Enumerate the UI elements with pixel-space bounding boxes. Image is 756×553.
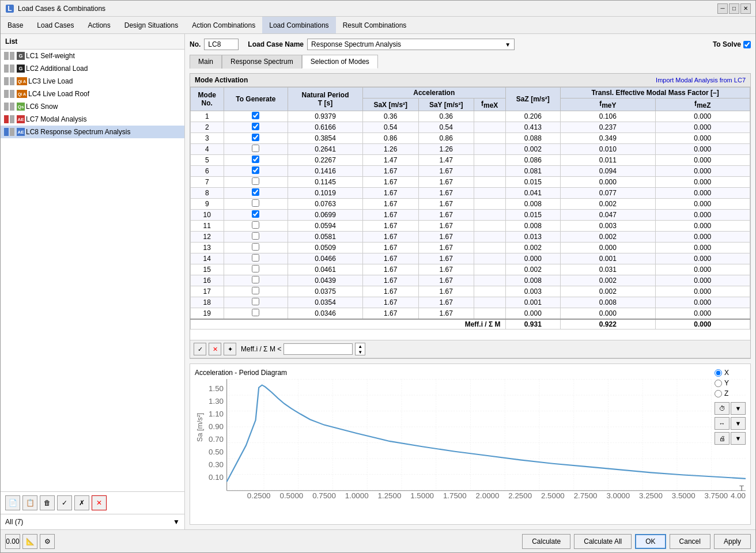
menu-result-combinations[interactable]: Result Combinations: [336, 17, 414, 33]
menu-action-combinations[interactable]: Action Combinations: [185, 17, 262, 33]
cell-saz: [474, 144, 505, 155]
modes-table: ModeNo. To Generate Natural PeriodT [s] …: [190, 87, 750, 329]
add-btn[interactable]: 📄: [5, 495, 20, 510]
cell-natural-period: 0.0581: [288, 232, 363, 243]
minimize-btn[interactable]: ─: [717, 3, 728, 14]
cell-to-generate-checkbox[interactable]: [252, 177, 259, 185]
cell-fmex: 0.002: [505, 243, 561, 253]
cell-to-generate-checkbox[interactable]: [252, 276, 259, 283]
cell-to-generate-checkbox[interactable]: [252, 199, 259, 207]
ok-button[interactable]: OK: [635, 534, 666, 549]
meff-input[interactable]: [284, 343, 353, 355]
list-item-lc4[interactable]: QI A LC4 Live Load Roof: [1, 88, 184, 100]
toolbar-star-btn[interactable]: ✦: [224, 343, 236, 355]
list-item-lc7[interactable]: AE LC7 Modal Analysis: [1, 113, 184, 126]
mode-activation-header: Mode Activation Import Modal Analysis fr…: [190, 74, 750, 87]
uncheck-btn[interactable]: ✗: [74, 495, 89, 510]
cell-to-generate-checkbox[interactable]: [252, 232, 259, 240]
list-item-lc6[interactable]: Qs LC6 Snow: [1, 100, 184, 113]
chart-dropdown-3[interactable]: ▼: [731, 432, 746, 445]
radio-x[interactable]: [715, 369, 722, 377]
chart-dropdown-1[interactable]: ▼: [731, 402, 746, 415]
menu-load-combinations[interactable]: Load Combinations: [262, 17, 335, 33]
copy-btn[interactable]: 📋: [22, 495, 37, 510]
import-link[interactable]: Import Modal Analysis from LC7: [656, 77, 746, 84]
cell-sax: 1.67: [362, 264, 418, 275]
to-solve-checkbox[interactable]: [743, 41, 751, 48]
chart-dropdown-2[interactable]: ▼: [731, 417, 746, 430]
chart-tool-2[interactable]: ↔: [715, 417, 729, 430]
cell-to-generate: [224, 232, 288, 243]
menu-base[interactable]: Base: [1, 17, 30, 33]
calculate-button[interactable]: Calculate: [522, 534, 570, 549]
toolbar-check-btn[interactable]: ✓: [194, 343, 206, 355]
tab-response-spectrum[interactable]: Response Spectrum: [222, 55, 302, 69]
cell-fmex: 0.013: [505, 232, 561, 243]
menu-load-cases[interactable]: Load Cases: [30, 17, 81, 33]
menu-design-situations[interactable]: Design Situations: [118, 17, 185, 33]
bottom-tool-2[interactable]: 📐: [22, 534, 37, 549]
cell-say: 1.67: [418, 221, 474, 232]
delete-btn[interactable]: 🗑: [40, 495, 55, 510]
cell-to-generate-checkbox[interactable]: [252, 156, 259, 163]
cell-fmey: 0.003: [561, 221, 655, 232]
load-case-name-select[interactable]: Response Spectrum Analysis ▼: [307, 39, 515, 50]
cell-natural-period: 0.0346: [288, 308, 363, 320]
tab-main[interactable]: Main: [190, 55, 222, 69]
action-buttons: Calculate Calculate All OK Cancel Apply: [522, 534, 751, 549]
cell-to-generate-checkbox[interactable]: [252, 112, 259, 119]
calculate-all-button[interactable]: Calculate All: [574, 534, 632, 549]
bottom-tool-3[interactable]: ⚙: [40, 534, 55, 549]
cell-to-generate-checkbox[interactable]: [252, 298, 259, 305]
check-btn[interactable]: ✓: [57, 495, 72, 510]
apply-button[interactable]: Apply: [714, 534, 751, 549]
tab-selection-of-modes[interactable]: Selection of Modes: [302, 55, 378, 69]
cell-to-generate-checkbox[interactable]: [252, 243, 259, 251]
list-item-lc8[interactable]: AE LC8 Response Spectrum Analysis: [1, 126, 184, 138]
svg-text:0.90: 0.90: [209, 422, 224, 431]
mode-activation-title: Mode Activation: [195, 76, 248, 84]
cell-saz: [474, 221, 505, 232]
chart-tool-3[interactable]: 🖨: [715, 432, 729, 445]
cell-to-generate-checkbox[interactable]: [252, 309, 259, 316]
cell-to-generate-checkbox[interactable]: [252, 221, 259, 229]
lc8-name: LC8 Response Spectrum Analysis: [26, 128, 130, 136]
maximize-btn[interactable]: □: [729, 3, 739, 14]
select-arrow-icon: ▼: [505, 41, 511, 48]
cell-natural-period: 0.0461: [288, 264, 363, 275]
toolbar-x-btn[interactable]: ✕: [209, 343, 221, 355]
spinner-down[interactable]: ▼: [356, 349, 365, 355]
cell-to-generate-checkbox[interactable]: [252, 145, 259, 152]
bottom-tool-1[interactable]: 0.00: [5, 534, 20, 549]
list-item-lc2[interactable]: G LC2 Additional Load: [1, 62, 184, 75]
cell-to-generate-checkbox[interactable]: [252, 134, 259, 141]
cell-say: 1.67: [418, 210, 474, 221]
no-field: No. LC8: [190, 39, 239, 50]
svg-text:3.2500: 3.2500: [639, 492, 663, 501]
cell-to-generate-checkbox[interactable]: [252, 254, 259, 262]
table-row: 40.26411.261.260.0020.0100.000: [191, 144, 750, 155]
cell-to-generate-checkbox[interactable]: [252, 188, 259, 196]
cell-to-generate-checkbox[interactable]: [252, 166, 259, 174]
cell-sax: 1.67: [362, 221, 418, 232]
no-input[interactable]: LC8: [204, 39, 239, 50]
list-item-lc1[interactable]: G LC1 Self-weight: [1, 50, 184, 62]
cell-to-generate-checkbox[interactable]: [252, 210, 259, 218]
cell-to-generate-checkbox[interactable]: [252, 123, 259, 130]
cell-fmez: 0.000: [655, 221, 750, 232]
cancel-button[interactable]: Cancel: [670, 534, 710, 549]
radio-z[interactable]: [715, 390, 722, 397]
close-btn[interactable]: ✕: [740, 3, 751, 14]
form-row: No. LC8 Load Case Name Response Spectrum…: [190, 39, 751, 50]
cell-to-generate-checkbox[interactable]: [252, 265, 259, 272]
chart-tool-1[interactable]: ⏱: [715, 402, 729, 415]
cell-to-generate-checkbox[interactable]: [252, 287, 259, 294]
filter-arrow[interactable]: ▼: [173, 518, 180, 526]
menu-actions[interactable]: Actions: [81, 17, 117, 33]
list-item-lc3[interactable]: QI A LC3 Live Load: [1, 75, 184, 88]
lc1-name: LC1 Self-weight: [26, 52, 75, 60]
remove-btn[interactable]: ✕: [92, 495, 107, 510]
radio-y[interactable]: [715, 380, 722, 387]
spinner-up[interactable]: ▲: [356, 343, 365, 349]
filter-label: All (7): [5, 518, 23, 526]
